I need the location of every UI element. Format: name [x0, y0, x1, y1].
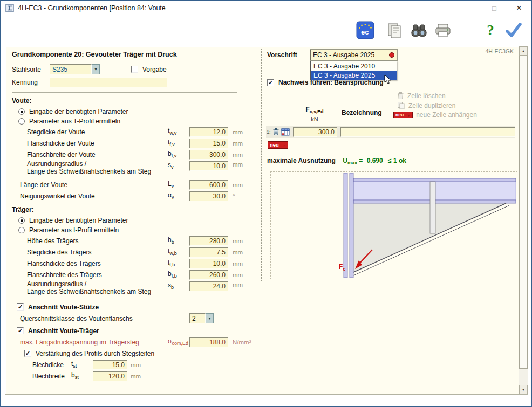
param-input[interactable] — [189, 270, 228, 280]
verstaerkung-label: Verstärkung des Profils durch Stegsteife… — [36, 350, 154, 357]
blechbreite-row: Blechbreite bst mm — [11, 370, 256, 382]
result-label: maximale Ausnutzung — [267, 157, 336, 164]
help-icon[interactable]: ? — [481, 20, 500, 40]
radio-icon[interactable] — [18, 217, 25, 224]
window-title: 4H-EC3 - Grundkomponenten [Position 84: … — [18, 4, 166, 12]
anschnitt-stuetze-label: Anschnitt Voute-Stütze — [28, 303, 99, 311]
param-symbol: sb — [168, 281, 189, 290]
combo-status-dot — [389, 52, 394, 58]
row-number: 1: — [266, 129, 272, 135]
blechbreite-input[interactable] — [93, 371, 127, 381]
maximize-button[interactable]: □ — [482, 1, 507, 16]
param-label: Flanschbreite der Voute — [11, 151, 168, 158]
chevron-down-icon[interactable]: ▼ — [92, 64, 100, 74]
querschnittsklasse-combobox[interactable]: 2 ▼ — [189, 313, 214, 323]
param-label: Ausrundungsradius / Länge des Schweißnah… — [11, 280, 168, 295]
search-binoculars-icon[interactable] — [409, 20, 428, 40]
param-row: Flanschdicke des Trägers tf,b mm — [11, 258, 256, 269]
vorgabe-checkbox[interactable] — [131, 66, 138, 73]
querschnittsklasse-row: Querschnittsklasse des Voutenflanschs 2 … — [11, 313, 256, 324]
param-input[interactable] — [189, 127, 228, 137]
eurocode-icon[interactable]: ec — [356, 20, 375, 40]
anschnitt-traeger-row: ✓ Anschnitt Voute-Träger — [11, 325, 256, 336]
param-input[interactable] — [189, 281, 228, 291]
stahlsorte-combobox[interactable]: S235 ▼ — [50, 64, 100, 74]
voute-radio-profil[interactable]: Parameter aus T-Profil ermitteln — [11, 116, 256, 126]
force-input[interactable] — [293, 127, 337, 137]
blechdicke-label: Blechdicke — [11, 361, 71, 369]
traeger-section-heading: Träger: — [12, 206, 256, 213]
anschnitt-traeger-checkbox[interactable]: ✓ — [17, 327, 24, 334]
copy-icon[interactable] — [385, 20, 404, 40]
voute-radio-eingabe[interactable]: Eingabe der benötigten Parameter — [11, 107, 256, 116]
close-button[interactable]: × — [507, 1, 531, 16]
param-label: Flanschdicke des Trägers — [11, 260, 168, 267]
traeger-radio-eingabe[interactable]: Eingabe der benötigten Parameter — [11, 216, 256, 225]
minimize-button[interactable]: — — [457, 1, 482, 16]
param-label: Flanschbreite des Trägers — [11, 271, 168, 279]
param-input[interactable] — [189, 259, 228, 268]
bezeichnung-input[interactable] — [340, 127, 515, 137]
dropdown-option-2010[interactable]: EC 3 - Ausgabe 2010 — [311, 61, 397, 71]
delete-row-button[interactable] — [272, 128, 279, 136]
anschnitt-stuetze-checkbox[interactable]: ✓ — [17, 303, 24, 311]
param-row: Ausrundungsradius / Länge des Schweißnah… — [11, 160, 256, 179]
result-line: maximale Ausnutzung Umax = 0.690 ≤ 1 ok — [267, 157, 406, 165]
param-unit: mm — [229, 260, 256, 267]
action-duplicate-row[interactable]: Zeile duplizieren — [397, 101, 455, 109]
kennung-input[interactable] — [50, 78, 167, 87]
vorschrift-value: EC 3 - Ausgabe 2025 — [313, 51, 374, 59]
param-label: Höhe des Trägers — [11, 237, 168, 245]
stahlsorte-value: S235 — [50, 64, 92, 74]
row-table-button[interactable] — [281, 128, 290, 136]
param-input[interactable] — [189, 191, 228, 201]
anschnitt-traeger-label: Anschnitt Voute-Träger — [28, 327, 99, 335]
param-input[interactable] — [189, 236, 228, 246]
vertical-scrollbar[interactable]: ▲ ▼ — [519, 46, 528, 394]
radio-icon[interactable] — [18, 108, 25, 115]
param-input[interactable] — [189, 247, 228, 257]
vorschrift-combobox[interactable]: EC 3 - Ausgabe 2025 — [310, 50, 397, 60]
nachweis-checkbox[interactable]: ✓ — [267, 79, 274, 86]
param-unit: mm — [229, 161, 256, 168]
print-icon[interactable] — [433, 20, 453, 40]
verstaerkung-checkbox[interactable]: ✓ — [24, 350, 31, 357]
param-label: Stegdicke des Trägers — [11, 249, 168, 256]
haunch-diagram: Fc — [270, 171, 517, 279]
main-panel: 4H-EC3GK Grundkomponente 20: Gevouteter … — [5, 46, 528, 395]
chevron-down-icon[interactable]: ▼ — [206, 313, 214, 323]
kennung-label: Kennung — [11, 79, 50, 86]
table-row: 1: — [266, 126, 515, 138]
mouse-cursor — [384, 74, 391, 86]
traeger-radio-profil[interactable]: Parameter aus I-Profil ermitteln — [11, 225, 256, 235]
radio-icon[interactable] — [18, 118, 25, 125]
append-row-button[interactable]: neu→ — [268, 141, 288, 149]
radio-icon[interactable] — [18, 227, 25, 233]
param-input[interactable] — [189, 161, 228, 171]
scroll-down-button[interactable]: ▼ — [519, 385, 528, 394]
param-unit: ° — [229, 193, 256, 199]
param-symbol: bf,v — [168, 150, 189, 158]
scrollbar-thumb[interactable] — [519, 56, 528, 369]
beam-top-flange — [353, 178, 516, 182]
param-row: Höhe des Trägers hb mm — [11, 235, 256, 246]
confirm-icon[interactable] — [504, 20, 523, 40]
param-input[interactable] — [189, 139, 228, 148]
param-label: Flanschdicke der Voute — [11, 140, 168, 147]
param-unit: mm — [229, 182, 256, 188]
sigma-unit: N/mm² — [229, 339, 256, 346]
action-append-row[interactable]: neu→ neue Zeile anhängen — [393, 111, 477, 119]
sigma-symbol: σcom,Ed — [168, 337, 189, 346]
param-input[interactable] — [189, 180, 228, 190]
param-row: Stegdicke der Voute tw,v mm — [11, 126, 256, 137]
duplicate-icon-disabled — [397, 101, 405, 109]
force-column-header: Fc,v,Ed kN — [288, 106, 342, 123]
action-delete-row[interactable]: Zeile löschen — [397, 92, 446, 100]
sigma-input[interactable] — [189, 337, 228, 347]
scroll-up-button[interactable]: ▲ — [519, 46, 528, 56]
param-unit: mm — [229, 129, 256, 135]
blechdicke-input[interactable] — [93, 360, 127, 370]
param-input[interactable] — [189, 150, 228, 160]
column-flange-right — [350, 173, 353, 278]
dropdown-option-2025[interactable]: EC 3 - Ausgabe 2025 — [311, 71, 397, 80]
